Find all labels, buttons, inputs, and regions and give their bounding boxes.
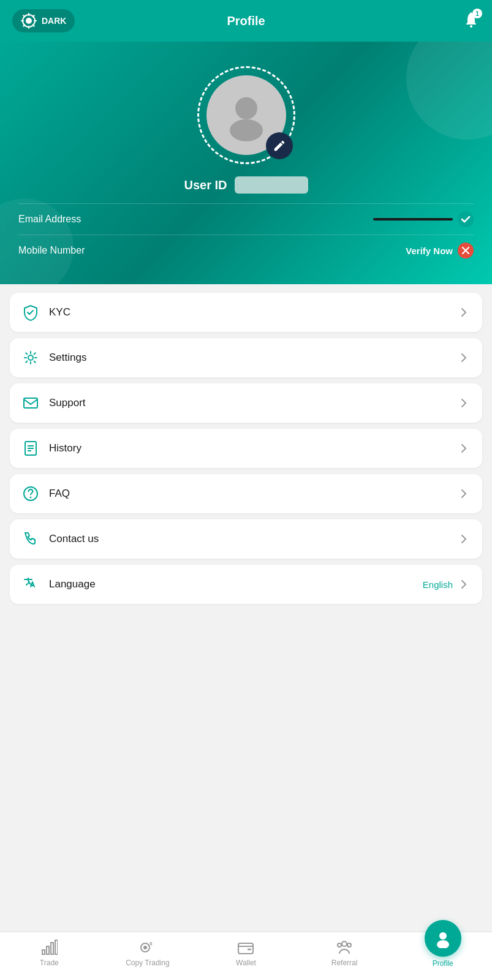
contact-label: Contact us — [49, 533, 99, 545]
trade-icon — [40, 939, 58, 956]
unverified-badge — [458, 243, 474, 258]
wallet-nav-label: Wallet — [236, 959, 256, 967]
svg-point-1 — [26, 18, 32, 24]
svg-point-20 — [31, 497, 31, 498]
svg-point-10 — [470, 25, 472, 28]
profile-fab-icon — [433, 929, 453, 948]
nav-item-referral[interactable]: Referral — [295, 939, 394, 967]
email-label: Email Address — [18, 214, 81, 225]
svg-rect-22 — [47, 946, 49, 954]
svg-rect-21 — [42, 950, 45, 954]
svg-point-31 — [338, 943, 341, 947]
language-label: Language — [49, 578, 96, 590]
translate-icon — [22, 576, 39, 593]
email-blurred — [373, 218, 453, 221]
user-id-label: User ID — [184, 178, 227, 192]
svg-rect-14 — [24, 398, 37, 408]
nav-item-copy-trading[interactable]: $ Copy Trading — [99, 939, 197, 967]
dark-mode-label: DARK — [42, 16, 66, 26]
menu-item-kyc[interactable]: KYC — [10, 293, 482, 332]
email-value-row — [373, 211, 474, 227]
avatar-wrapper — [197, 66, 295, 164]
trade-nav-label: Trade — [40, 959, 59, 967]
edit-icon — [273, 139, 286, 153]
kyc-label: KYC — [49, 306, 70, 318]
dark-mode-button[interactable]: DARK — [12, 9, 75, 32]
history-chevron-icon — [458, 442, 470, 454]
mobile-row[interactable]: Mobile Number Verify Now — [18, 235, 474, 266]
settings-chevron-icon — [458, 352, 470, 364]
shield-icon — [22, 304, 39, 321]
language-chevron-icon — [458, 578, 470, 590]
dark-mode-icon — [21, 13, 37, 29]
profile-info: Email Address Mobile Number Verify Now — [12, 203, 480, 266]
copy-trading-nav-label: Copy Trading — [126, 959, 169, 967]
phone-icon — [22, 530, 39, 548]
notification-button[interactable]: 1 — [463, 11, 480, 31]
x-icon — [461, 246, 470, 255]
referral-icon — [336, 939, 353, 956]
document-icon — [22, 440, 39, 457]
history-label: History — [49, 442, 81, 454]
svg-rect-23 — [51, 943, 53, 954]
svg-point-30 — [347, 943, 351, 947]
svg-rect-24 — [55, 940, 58, 954]
user-id-row: User ID — [184, 176, 308, 194]
edit-avatar-button[interactable] — [266, 132, 293, 159]
nav-item-profile[interactable]: Profile — [393, 938, 492, 968]
menu-item-language[interactable]: Language English — [10, 565, 482, 604]
profile-nav-label: Profile — [433, 959, 453, 968]
verify-now-text[interactable]: Verify Now — [406, 246, 453, 256]
menu-item-settings[interactable]: Settings — [10, 338, 482, 377]
settings-label: Settings — [49, 352, 86, 364]
user-id-value — [235, 176, 308, 194]
faq-label: FAQ — [49, 488, 70, 500]
check-icon — [461, 214, 471, 224]
kyc-chevron-icon — [458, 306, 470, 318]
mobile-value-row: Verify Now — [406, 243, 474, 258]
svg-point-33 — [437, 940, 449, 948]
header: DARK Profile 1 — [0, 0, 492, 42]
menu-item-history[interactable]: History — [10, 429, 482, 468]
svg-text:$: $ — [149, 941, 153, 946]
question-icon — [22, 485, 39, 502]
mail-icon — [22, 394, 39, 412]
menu-item-support[interactable]: Support — [10, 383, 482, 423]
email-row: Email Address — [18, 203, 474, 235]
support-chevron-icon — [458, 397, 470, 409]
svg-point-29 — [342, 941, 347, 946]
notification-badge: 1 — [472, 9, 482, 18]
language-value: English — [423, 579, 453, 590]
svg-point-32 — [439, 932, 447, 940]
support-label: Support — [49, 397, 86, 409]
svg-point-13 — [28, 355, 33, 360]
wallet-icon — [237, 939, 254, 956]
svg-point-26 — [143, 946, 147, 949]
bottom-nav: Trade $ Copy Trading Wallet Referral — [0, 932, 492, 980]
profile-hero: User ID Email Address Mobile Number Veri… — [0, 42, 492, 284]
faq-chevron-icon — [458, 488, 470, 500]
menu-item-contact[interactable]: Contact us — [10, 519, 482, 559]
contact-chevron-icon — [458, 533, 470, 545]
page-title: Profile — [227, 14, 265, 28]
avatar-placeholder-icon — [219, 88, 274, 143]
svg-point-12 — [230, 119, 263, 141]
nav-item-wallet[interactable]: Wallet — [197, 939, 295, 967]
gear-icon — [22, 349, 39, 366]
referral-nav-label: Referral — [331, 959, 358, 967]
profile-fab[interactable] — [425, 920, 461, 957]
email-verified-badge — [458, 211, 474, 227]
mobile-label: Mobile Number — [18, 245, 85, 256]
menu-item-faq[interactable]: FAQ — [10, 474, 482, 513]
copy-trading-icon: $ — [139, 939, 156, 956]
svg-rect-28 — [238, 943, 253, 954]
nav-item-trade[interactable]: Trade — [0, 939, 99, 967]
svg-point-11 — [235, 97, 257, 119]
menu-list: KYC Settings Suppo — [0, 284, 492, 932]
